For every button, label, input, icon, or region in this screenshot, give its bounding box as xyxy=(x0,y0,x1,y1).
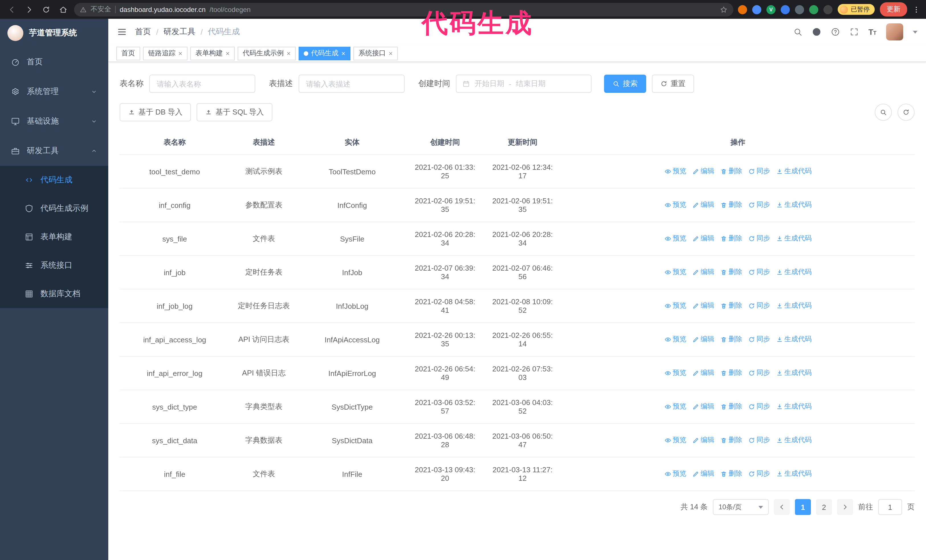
hamburger-icon[interactable] xyxy=(117,27,127,37)
avatar[interactable] xyxy=(886,23,903,41)
tag-tracing[interactable]: 链路追踪× xyxy=(143,47,188,60)
browser-menu-icon[interactable] xyxy=(912,5,920,14)
page-button-2[interactable]: 2 xyxy=(816,499,832,515)
edit-link[interactable]: 编辑 xyxy=(692,469,714,479)
reload-icon[interactable] xyxy=(40,3,53,16)
close-icon[interactable]: × xyxy=(341,50,345,57)
edit-link[interactable]: 编辑 xyxy=(692,200,714,210)
address-bar[interactable]: 不安全 dashboard.yudao.iocoder.cn/tool/code… xyxy=(74,3,733,16)
breadcrumb-devtools[interactable]: 研发工具 xyxy=(163,27,195,37)
preview-link[interactable]: 预览 xyxy=(664,335,686,344)
delete-link[interactable]: 删除 xyxy=(720,267,742,277)
extension-icon-people[interactable] xyxy=(781,5,790,14)
sidebar-item-home[interactable]: 首页 xyxy=(0,47,108,77)
tag-form-builder[interactable]: 表单构建× xyxy=(190,47,235,60)
preview-link[interactable]: 预览 xyxy=(664,267,686,277)
reset-button[interactable]: 重置 xyxy=(652,75,694,93)
generate-code-link[interactable]: 生成代码 xyxy=(776,436,812,445)
close-icon[interactable]: × xyxy=(389,50,393,57)
sync-link[interactable]: 同步 xyxy=(748,234,770,243)
tag-home[interactable]: 首页 xyxy=(116,47,140,60)
preview-link[interactable]: 预览 xyxy=(664,167,686,176)
extension-icon-leaf[interactable] xyxy=(809,5,818,14)
edit-link[interactable]: 编辑 xyxy=(692,335,714,344)
delete-link[interactable]: 删除 xyxy=(720,436,742,445)
refresh-table-button[interactable] xyxy=(897,104,915,121)
search-button[interactable]: 搜索 xyxy=(604,75,646,93)
page-button-1[interactable]: 1 xyxy=(795,499,811,515)
sidebar-item-devtools[interactable]: 研发工具 xyxy=(0,136,108,166)
preview-link[interactable]: 预览 xyxy=(664,234,686,243)
preview-link[interactable]: 预览 xyxy=(664,469,686,479)
goto-page-input[interactable] xyxy=(878,499,902,515)
close-icon[interactable]: × xyxy=(287,50,291,57)
sidebar-item-codegen[interactable]: 代码生成 xyxy=(0,166,108,194)
delete-link[interactable]: 删除 xyxy=(720,402,742,412)
toggle-search-button[interactable] xyxy=(875,104,892,121)
import-db-button[interactable]: 基于 DB 导入 xyxy=(120,103,191,121)
preview-link[interactable]: 预览 xyxy=(664,200,686,210)
edit-link[interactable]: 编辑 xyxy=(692,267,714,277)
help-icon[interactable] xyxy=(831,27,840,36)
generate-code-link[interactable]: 生成代码 xyxy=(776,301,812,311)
home-icon[interactable] xyxy=(57,3,70,16)
font-size-icon[interactable]: TT xyxy=(869,27,876,36)
page-size-select[interactable]: 10条/页 xyxy=(713,499,769,515)
sync-link[interactable]: 同步 xyxy=(748,402,770,412)
sidebar-item-system-api[interactable]: 系统接口 xyxy=(0,251,108,280)
tag-codegen[interactable]: 代码生成× xyxy=(299,47,351,60)
tag-codegen-example[interactable]: 代码生成示例× xyxy=(238,47,296,60)
edit-link[interactable]: 编辑 xyxy=(692,167,714,176)
forward-icon[interactable] xyxy=(23,3,35,16)
sidebar-item-codegen-example[interactable]: 代码生成示例 xyxy=(0,194,108,223)
sync-link[interactable]: 同步 xyxy=(748,267,770,277)
extension-icon-grey[interactable] xyxy=(795,5,804,14)
delete-link[interactable]: 删除 xyxy=(720,469,742,479)
edit-link[interactable]: 编辑 xyxy=(692,301,714,311)
preview-link[interactable]: 预览 xyxy=(664,436,686,445)
edit-link[interactable]: 编辑 xyxy=(692,368,714,378)
extension-icon-blue-drop[interactable] xyxy=(752,5,761,14)
preview-link[interactable]: 预览 xyxy=(664,301,686,311)
preview-link[interactable]: 预览 xyxy=(664,402,686,412)
update-browser-button[interactable]: 更新 xyxy=(880,2,907,17)
generate-code-link[interactable]: 生成代码 xyxy=(776,200,812,210)
table-name-input[interactable] xyxy=(149,75,255,93)
sidebar-item-infra[interactable]: 基础设施 xyxy=(0,107,108,136)
sidebar-item-form-builder[interactable]: 表单构建 xyxy=(0,223,108,251)
close-icon[interactable]: × xyxy=(179,50,182,57)
edit-link[interactable]: 编辑 xyxy=(692,402,714,412)
delete-link[interactable]: 删除 xyxy=(720,200,742,210)
close-icon[interactable]: × xyxy=(225,50,230,57)
sync-link[interactable]: 同步 xyxy=(748,167,770,176)
sync-link[interactable]: 同步 xyxy=(748,200,770,210)
extension-icon-green-v[interactable]: V xyxy=(766,5,776,14)
generate-code-link[interactable]: 生成代码 xyxy=(776,234,812,243)
import-sql-button[interactable]: 基于 SQL 导入 xyxy=(197,103,273,121)
delete-link[interactable]: 删除 xyxy=(720,234,742,243)
sync-link[interactable]: 同步 xyxy=(748,469,770,479)
extensions-puzzle-icon[interactable] xyxy=(823,5,832,14)
table-desc-input[interactable] xyxy=(299,75,405,93)
next-page-button[interactable] xyxy=(837,499,853,515)
prev-page-button[interactable] xyxy=(774,499,790,515)
sync-link[interactable]: 同步 xyxy=(748,335,770,344)
github-icon[interactable] xyxy=(812,27,821,36)
generate-code-link[interactable]: 生成代码 xyxy=(776,167,812,176)
date-range-picker[interactable]: 开始日期 - 结束日期 xyxy=(456,75,592,93)
edit-link[interactable]: 编辑 xyxy=(692,234,714,243)
delete-link[interactable]: 删除 xyxy=(720,301,742,311)
delete-link[interactable]: 删除 xyxy=(720,167,742,176)
sync-link[interactable]: 同步 xyxy=(748,301,770,311)
fullscreen-icon[interactable] xyxy=(850,27,859,36)
sidebar-item-db-doc[interactable]: 数据库文档 xyxy=(0,280,108,308)
breadcrumb-home[interactable]: 首页 xyxy=(135,27,151,37)
generate-code-link[interactable]: 生成代码 xyxy=(776,368,812,378)
sync-link[interactable]: 同步 xyxy=(748,368,770,378)
preview-link[interactable]: 预览 xyxy=(664,368,686,378)
sync-link[interactable]: 同步 xyxy=(748,436,770,445)
generate-code-link[interactable]: 生成代码 xyxy=(776,469,812,479)
extension-icon-orange[interactable] xyxy=(738,5,747,14)
back-icon[interactable] xyxy=(6,3,18,16)
delete-link[interactable]: 删除 xyxy=(720,335,742,344)
